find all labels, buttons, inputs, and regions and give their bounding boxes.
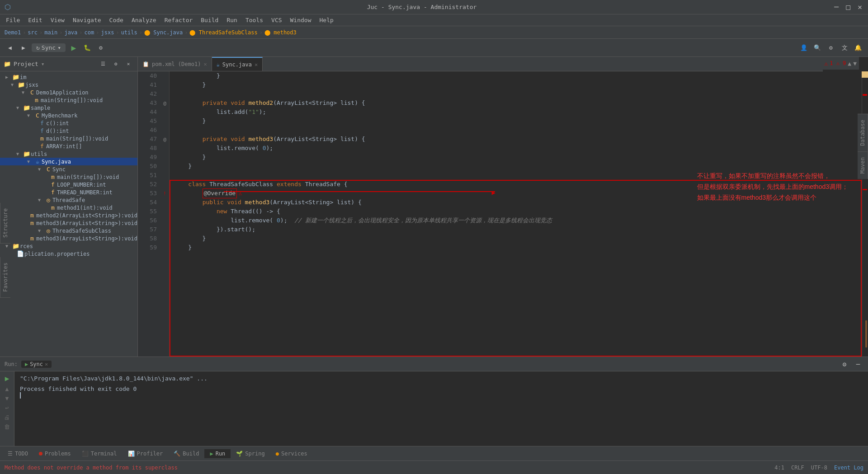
translate-icon[interactable]: 文 (839, 42, 850, 53)
tree-item-syncmain[interactable]: m main(String[]):void (0, 173, 137, 181)
project-arrow[interactable]: ▾ (41, 61, 45, 67)
breadcrumb-utils[interactable]: utils (121, 29, 137, 36)
tree-item-loopnum[interactable]: f LOOP_NUMBER:int (0, 181, 137, 188)
settings-gear[interactable]: ⚙ (826, 42, 836, 53)
run-tab-sync[interactable]: ▶ Sync ✕ (21, 361, 52, 368)
menu-analyze[interactable]: Analyze (128, 16, 160, 24)
menu-window[interactable]: Window (287, 16, 315, 24)
spring-tab[interactable]: 🌱 Spring (231, 449, 270, 458)
menu-file[interactable]: File (2, 16, 24, 24)
code-line-43: private void method2(ArrayList<String> l… (174, 99, 857, 108)
settings-button[interactable]: ⚙ (95, 42, 106, 53)
tab-pom-close[interactable]: ✕ (203, 61, 207, 67)
tree-item-mybenchmark[interactable]: ▼ C MyBenchmark (0, 112, 137, 119)
minimize-button[interactable]: ─ (833, 4, 840, 11)
menu-code[interactable]: Code (106, 16, 127, 24)
tree-item-rces[interactable]: ▼ 📁 rces (0, 242, 137, 250)
tree-item-method2[interactable]: m method2(ArrayList<String>):void (0, 211, 137, 219)
run-scroll-down[interactable]: ▼ (5, 395, 9, 402)
tab-pom[interactable]: 📋 pom.xml (Demo1) ✕ (138, 57, 212, 71)
database-tab[interactable]: Database (858, 114, 868, 151)
tree-item-syncclass[interactable]: ▼ C Sync (0, 165, 137, 173)
search-button[interactable]: 🔍 (812, 42, 823, 53)
menu-run[interactable]: Run (223, 16, 241, 24)
menu-tools[interactable]: Tools (242, 16, 267, 24)
menu-navigate[interactable]: Navigate (69, 16, 105, 24)
code-editor[interactable]: 40 41 42 43 44 45 46 47 48 49 50 51 52 5… (138, 71, 868, 357)
menu-vcs[interactable]: VCS (268, 16, 285, 24)
run-bottom-tab[interactable]: ▶ Run (204, 449, 231, 458)
build-tab[interactable]: 🔨 Build (168, 449, 204, 458)
run-tab-close[interactable]: ✕ (45, 361, 48, 367)
code-line-55: new Thread(() -> { (174, 207, 857, 216)
run-print-button[interactable]: 🖨 (4, 414, 10, 421)
event-log[interactable]: Event Log (834, 465, 863, 471)
breadcrumb-method3[interactable]: ⬤ method3 (264, 29, 297, 36)
debug-button[interactable]: 🐛 (82, 42, 93, 53)
menu-help[interactable]: Help (316, 16, 337, 24)
tree-item-threadsafe[interactable]: ▼ ◎ ThreadSafe (0, 196, 137, 204)
services-tab[interactable]: ● Services (270, 449, 313, 458)
favorites-tab[interactable]: Favorites (0, 257, 10, 298)
breadcrumb-syncjava[interactable]: ⬤ Sync.java (144, 29, 183, 36)
menu-refactor[interactable]: Refactor (161, 16, 197, 24)
tree-item-threadsafesub[interactable]: ▼ ◎ ThreadSafeSubClass (0, 227, 137, 235)
code-text[interactable]: ▶ 不让重写，如果不加重写的注释虽然不会报错， 但是根据双亲委派机制，先找最上面… (170, 71, 862, 357)
menu-edit[interactable]: Edit (24, 16, 46, 24)
tree-item-demo1app[interactable]: ▼ C Demo1Application (0, 89, 137, 96)
forward-button[interactable]: ▶ (18, 42, 29, 53)
run-play-button[interactable]: ▶ (5, 374, 9, 383)
run-trash-button[interactable]: 🗑 (4, 423, 10, 430)
run-close-button[interactable]: ─ (853, 359, 863, 370)
run-scroll-up[interactable]: ▲ (5, 385, 9, 392)
settings-sidebar-button[interactable]: ⚙ (110, 59, 121, 70)
tree-item-array[interactable]: f ARRAY:int[] (0, 142, 137, 150)
menu-build[interactable]: Build (197, 16, 222, 24)
sync-dropdown[interactable]: ↻ Sync ▾ (32, 43, 66, 52)
line-numbers: 40 41 42 43 44 45 46 47 48 49 50 51 52 5… (138, 71, 160, 357)
tab-sync[interactable]: ☕ Sync.java ✕ (212, 57, 263, 71)
tree-item-d[interactable]: f d():int (0, 127, 137, 135)
notification-icon[interactable]: 🔔 (853, 42, 863, 53)
breadcrumb-jsxs[interactable]: jsxs (101, 29, 114, 36)
collapse-all-button[interactable]: ☰ (98, 59, 108, 70)
close-button[interactable]: ✕ (856, 4, 863, 11)
breadcrumb-src[interactable]: src (28, 29, 38, 36)
error-arrow-down[interactable]: ▼ (853, 60, 857, 67)
tree-item-method3sub[interactable]: m method3(ArrayList<String>):void (0, 235, 137, 242)
breadcrumb-threadsubclass[interactable]: ⬤ ThreadSafeSubClass (189, 29, 257, 36)
structure-tab[interactable]: Structure (0, 203, 10, 244)
maximize-button[interactable]: □ (844, 4, 852, 11)
run-tab-icon: ▶ (25, 361, 28, 367)
run-settings-button[interactable]: ⚙ (839, 359, 850, 370)
terminal-tab[interactable]: ⬛ Terminal (76, 449, 123, 458)
person-icon[interactable]: 👤 (798, 42, 809, 53)
tree-item-sample[interactable]: ▼ 📁 sample (0, 104, 137, 112)
breadcrumb-main[interactable]: main (44, 29, 57, 36)
tree-item-jsxs[interactable]: ▼ 📁 jsxs (0, 81, 137, 89)
breadcrumb-java[interactable]: java (64, 29, 77, 36)
profiler-tab[interactable]: 📊 Profiler (123, 449, 169, 458)
tree-item-im[interactable]: ▶ 📁 im (0, 73, 137, 81)
tree-item-utils[interactable]: ▼ 📁 utils (0, 150, 137, 158)
tree-item-threadnum[interactable]: f THREAD_NUMBER:int (0, 188, 137, 196)
tree-item-main1[interactable]: m main(String[]):void (0, 96, 137, 104)
todo-tab[interactable]: ☰ TODO (2, 449, 33, 458)
breadcrumb-com[interactable]: com (85, 29, 94, 36)
tree-item-c[interactable]: f c():int (0, 119, 137, 127)
close-sidebar-button[interactable]: ✕ (123, 59, 134, 70)
tab-sync-close[interactable]: ✕ (255, 61, 258, 68)
breadcrumb-demo1[interactable]: Demo1 (5, 29, 21, 36)
run-wrap-button[interactable]: ↩ (5, 404, 9, 411)
back-button[interactable]: ◀ (5, 42, 15, 53)
maven-tab[interactable]: Maven (858, 151, 868, 179)
menu-view[interactable]: View (47, 16, 68, 24)
problems-tab[interactable]: Problems (33, 449, 76, 458)
error-arrow-up[interactable]: ▲ (848, 60, 851, 67)
tree-item-main2[interactable]: m main(String[]):void (0, 135, 137, 142)
tree-item-method3parent[interactable]: m method3(ArrayList<String>):void (0, 219, 137, 227)
tree-item-appprops[interactable]: 📄 plication.properties (0, 250, 137, 258)
tree-item-method1[interactable]: m method1(int):void (0, 204, 137, 211)
tree-item-syncjava[interactable]: ▼ ☕ Sync.java (0, 158, 137, 165)
run-button[interactable]: ▶ (68, 42, 79, 53)
